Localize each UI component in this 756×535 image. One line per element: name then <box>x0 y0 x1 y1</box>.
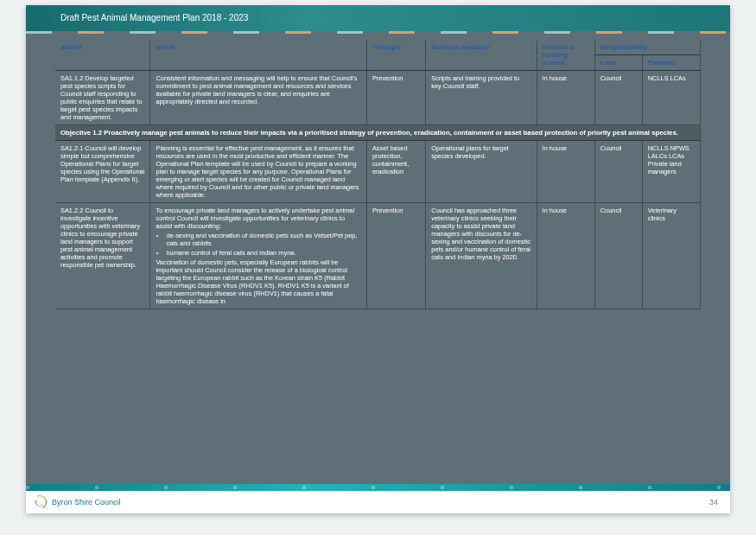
cell-lead: Council <box>594 141 642 203</box>
col-action: Action <box>55 40 150 71</box>
cell-principle: Asset based protection, containment, era… <box>366 141 425 203</box>
col-lead: Lead <box>594 55 642 71</box>
cell-success: Council has approached three veterinary … <box>426 203 537 309</box>
plan-table: Action Intent Principle Success measure … <box>55 40 701 309</box>
objective-row: Objective 1.2 Proactively manage pest an… <box>55 125 701 141</box>
table-row: SA1.2.1 Council will develop simple but … <box>55 141 701 203</box>
header-decoration <box>26 31 730 40</box>
cell-action: SA1.2.2 Council to investigate incentive… <box>55 203 150 309</box>
page-number: 34 <box>709 498 718 506</box>
col-principle: Principle <box>366 40 425 71</box>
cell-action: SA1.1.2 Develop targeted pest species sc… <box>55 71 150 125</box>
cell-finance: In house <box>537 203 594 309</box>
cell-action: SA1.2.1 Council will develop simple but … <box>55 141 150 203</box>
footer-org-name: Byron Shire Council <box>52 498 121 506</box>
col-partners: Partners <box>642 55 700 71</box>
table-row: SA1.2.2 Council to investigate incentive… <box>55 203 701 309</box>
cell-intent: Consistent information and messaging wil… <box>150 71 366 125</box>
col-responsibility: Responsibility <box>594 40 700 55</box>
cell-intent-tail: Vaccination of domestic pets, especially… <box>156 258 348 305</box>
council-logo-icon <box>33 495 47 509</box>
col-success: Success measure <box>426 40 537 71</box>
cell-principle: Prevention <box>366 71 425 125</box>
cell-partners: Veterinary clinics <box>642 203 700 309</box>
cell-principle: Prevention <box>366 203 425 309</box>
list-item: humane control of feral cats and Indian … <box>166 249 360 257</box>
content-area: Action Intent Principle Success measure … <box>26 40 730 309</box>
cell-lead: Council <box>594 203 642 309</box>
cell-partners: NCLLS LCAs <box>642 71 700 125</box>
cell-success: Scripts and training provided to key Cou… <box>426 71 537 125</box>
table-row: SA1.1.2 Develop targeted pest species sc… <box>55 71 701 125</box>
cell-finance: In house <box>537 71 594 125</box>
cell-intent-main: To encourage private land managers to ac… <box>156 207 354 230</box>
cell-lead: Council <box>594 71 642 125</box>
table-header-row-1: Action Intent Principle Success measure … <box>55 40 701 55</box>
footer-decoration <box>26 484 730 491</box>
objective-text: Objective 1.2 Proactively manage pest an… <box>55 125 701 141</box>
document-page: Draft Pest Animal Management Plan 2018 -… <box>26 5 730 513</box>
cell-finance: In house <box>537 141 594 203</box>
col-intent: Intent <box>150 40 366 71</box>
footer-logo-block: Byron Shire Council <box>33 495 121 509</box>
footer-content: Byron Shire Council 34 <box>26 491 730 513</box>
col-finance: Finance & funding source <box>537 40 594 71</box>
cell-success: Operational plans for target species dev… <box>426 141 537 203</box>
list-item: de-sexing and vaccination of domestic pe… <box>166 232 360 247</box>
cell-intent: To encourage private land managers to ac… <box>150 203 366 309</box>
cell-intent: Planning is essential for effective pest… <box>150 141 366 203</box>
header-bar: Draft Pest Animal Management Plan 2018 -… <box>26 5 730 31</box>
footer: Byron Shire Council 34 <box>26 484 730 513</box>
document-title: Draft Pest Animal Management Plan 2018 -… <box>60 13 248 22</box>
cell-partners: NCLLS NPWS LALCs LCAs Private land manag… <box>642 141 700 203</box>
cell-intent-list: de-sexing and vaccination of domestic pe… <box>166 232 360 257</box>
